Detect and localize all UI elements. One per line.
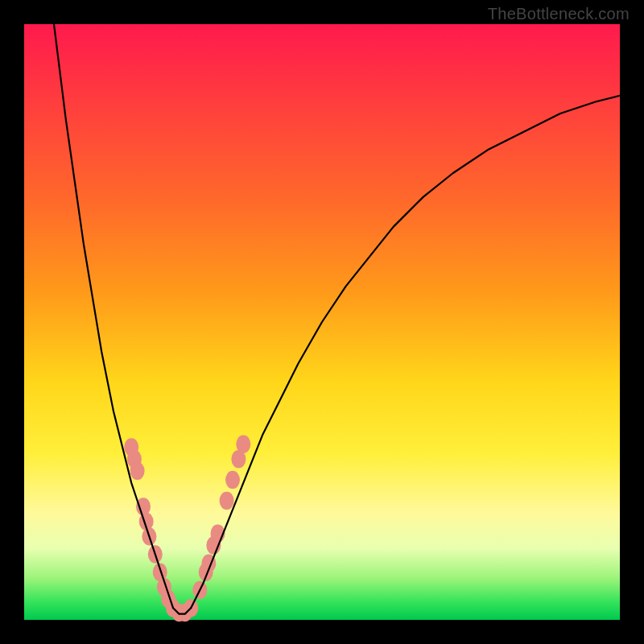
marker-dot — [236, 435, 250, 453]
watermark-text: TheBottleneck.com — [488, 5, 630, 23]
line-layer — [54, 24, 620, 614]
curve-right-curve — [191, 96, 620, 608]
marker-dot — [220, 492, 234, 510]
curve-svg — [24, 24, 620, 620]
marker-dot — [130, 462, 145, 481]
curve-left-curve — [54, 24, 173, 608]
marker-dot — [225, 471, 240, 489]
plot-area — [24, 24, 620, 620]
marker-layer — [124, 435, 250, 621]
chart-frame: TheBottleneck.com — [0, 0, 644, 644]
